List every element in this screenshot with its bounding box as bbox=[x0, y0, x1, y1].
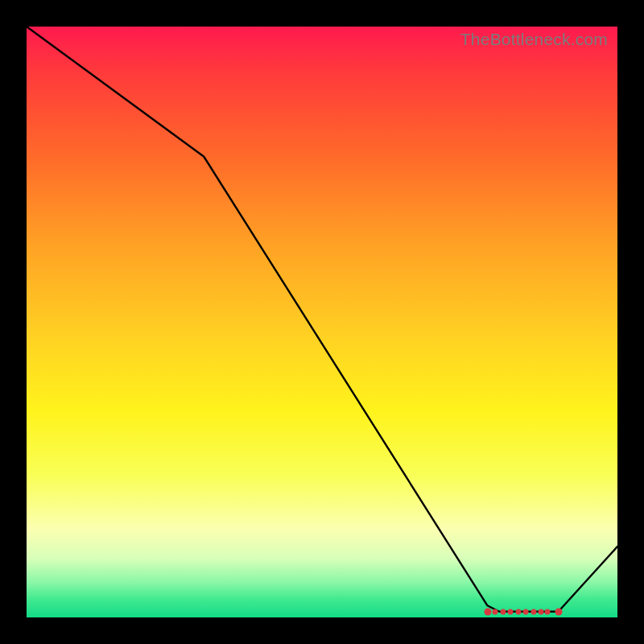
curve-marker bbox=[539, 609, 544, 614]
curve-marker bbox=[484, 608, 491, 615]
curve-marker bbox=[545, 609, 551, 614]
curve-marker bbox=[500, 609, 506, 614]
curve-marker bbox=[523, 609, 529, 614]
curve-marker bbox=[515, 609, 521, 614]
curve-marker bbox=[530, 609, 536, 614]
plot-area: TheBottleneck.com bbox=[27, 27, 617, 617]
bottleneck-path bbox=[27, 27, 617, 612]
curve-marker bbox=[555, 608, 562, 615]
curve-marker bbox=[508, 609, 514, 614]
chart-frame: TheBottleneck.com bbox=[0, 0, 644, 644]
curve-line bbox=[27, 27, 617, 617]
attribution-text: TheBottleneck.com bbox=[460, 30, 608, 49]
curve-marker bbox=[493, 609, 498, 614]
